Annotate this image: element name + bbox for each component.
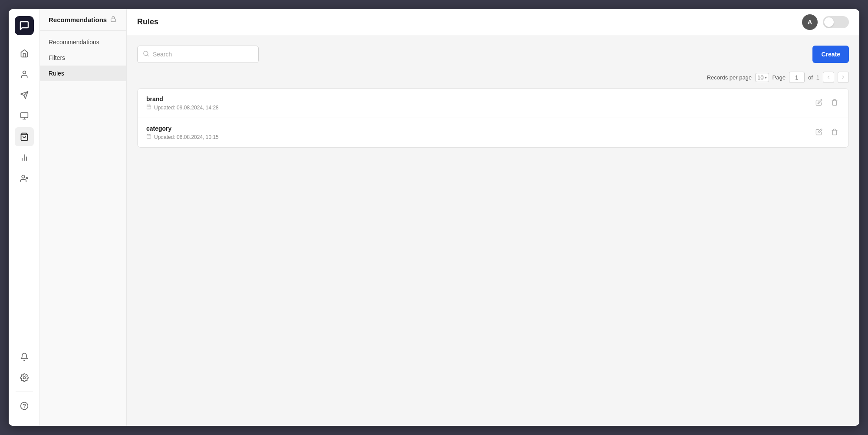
svg-rect-3 (20, 113, 28, 118)
svg-rect-15 (111, 19, 116, 21)
table-row: category Upda (138, 118, 848, 147)
rule-info: brand Updated (146, 96, 219, 111)
search-box[interactable] (137, 46, 259, 63)
svg-point-12 (23, 377, 25, 379)
nav-home-button[interactable] (15, 44, 34, 63)
logo-button[interactable] (15, 16, 34, 35)
sidebar-item-recommendations[interactable]: Recommendations (40, 34, 126, 50)
nav-bag-button[interactable] (15, 127, 34, 146)
top-header: Rules A (127, 9, 859, 35)
records-per-page-label: Records per page (707, 74, 752, 81)
sub-sidebar: Recommendations Recommendations Filters … (40, 9, 127, 426)
rule-actions (814, 97, 840, 109)
nav-person-settings-button[interactable] (15, 169, 34, 188)
prev-page-button[interactable] (823, 72, 834, 83)
total-pages: 1 (816, 74, 819, 81)
rule-updated: Updated: 06.08.2024, 10:15 (154, 134, 219, 140)
pagination-row: Records per page 10 ▾ Page of 1 (137, 72, 849, 83)
main-content: Rules A (127, 9, 859, 426)
svg-point-0 (23, 71, 26, 74)
page-label: Page (773, 74, 786, 81)
sidebar-item-rules[interactable]: Rules (40, 66, 126, 81)
rule-updated: Updated: 09.08.2024, 14:28 (154, 105, 219, 111)
rule-info: category Upda (146, 125, 219, 140)
sidebar-divider (16, 392, 33, 392)
app-window: Recommendations Recommendations Filters … (9, 9, 859, 426)
content-area: Create Records per page 10 ▾ Page of 1 (127, 35, 859, 426)
sub-sidebar-nav: Recommendations Filters Rules (40, 31, 126, 85)
edit-icon[interactable] (814, 97, 824, 109)
rule-meta: Updated: 06.08.2024, 10:15 (146, 134, 219, 140)
edit-icon[interactable] (814, 127, 824, 139)
toolbar: Create (137, 46, 849, 63)
sidebar-item-filters[interactable]: Filters (40, 50, 126, 66)
rule-actions (814, 127, 840, 139)
app-layout: Recommendations Recommendations Filters … (9, 9, 859, 426)
of-label: of (808, 74, 813, 81)
svg-point-10 (22, 175, 25, 178)
nav-user-button[interactable] (15, 65, 34, 84)
sub-sidebar-header: Recommendations (40, 9, 126, 31)
search-icon (143, 50, 149, 59)
next-page-button[interactable] (838, 72, 849, 83)
icon-sidebar (9, 9, 40, 426)
page-title: Rules (137, 17, 158, 26)
delete-icon[interactable] (829, 127, 840, 139)
create-button[interactable]: Create (812, 46, 849, 63)
svg-rect-18 (147, 105, 151, 109)
lock-icon (110, 16, 116, 23)
svg-rect-22 (147, 135, 151, 138)
rules-list: brand Updated (137, 88, 849, 148)
per-page-value: 10 (757, 74, 763, 81)
per-page-select[interactable]: 10 ▾ (755, 73, 769, 82)
nav-settings-button[interactable] (15, 368, 34, 387)
rule-meta: Updated: 09.08.2024, 14:28 (146, 104, 219, 111)
nav-send-button[interactable] (15, 86, 34, 105)
nav-monitor-button[interactable] (15, 106, 34, 125)
nav-help-button[interactable] (15, 396, 34, 415)
svg-line-17 (147, 55, 148, 56)
table-row: brand Updated (138, 89, 848, 118)
nav-chart-button[interactable] (15, 148, 34, 167)
sidebar-bottom (15, 347, 34, 419)
search-input[interactable] (153, 51, 253, 58)
sub-sidebar-title: Recommendations (49, 16, 107, 23)
rule-name: category (146, 125, 219, 132)
chevron-down-icon: ▾ (765, 75, 767, 80)
page-number-input[interactable] (789, 72, 805, 83)
header-toggle[interactable] (823, 16, 849, 28)
calendar-icon (146, 134, 151, 140)
calendar-icon (146, 104, 151, 111)
header-right: A (802, 14, 849, 30)
avatar[interactable]: A (802, 14, 818, 30)
delete-icon[interactable] (829, 97, 840, 109)
nav-bell-button[interactable] (15, 347, 34, 366)
rule-name: brand (146, 96, 219, 102)
